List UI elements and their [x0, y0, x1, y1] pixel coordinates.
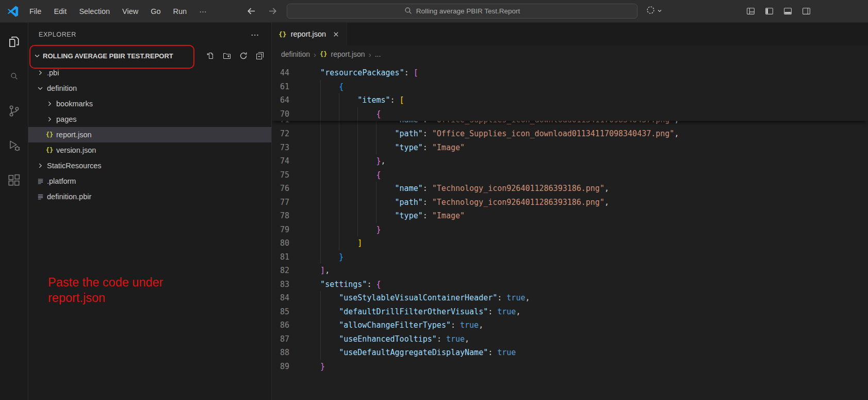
code-line-77: 77"path": "Technology_icon92640112863931… [272, 196, 868, 210]
line-number: 81 [272, 250, 302, 264]
menu-[interactable]: ··· [193, 5, 212, 18]
breadcrumb-item[interactable]: report.json [331, 50, 365, 58]
menu-view[interactable]: View [117, 5, 144, 18]
tab-report-json[interactable]: {} report.json [272, 23, 347, 45]
tree-item-pages[interactable]: pages [28, 111, 271, 127]
tree-item-pbi[interactable]: .pbi [28, 65, 271, 81]
history-nav [247, 6, 277, 16]
code-editor[interactable]: 44"resourcePackages": [61{64"items": [70… [272, 63, 868, 400]
go-back-icon[interactable] [247, 6, 256, 16]
account-icon [646, 6, 655, 17]
code-line-44: 44"resourcePackages": [ [272, 66, 868, 80]
close-tab-icon[interactable] [332, 30, 340, 38]
menu-file[interactable]: File [24, 5, 47, 18]
code-line-78: 78"type": "Image" [272, 209, 868, 223]
code-line-79: 79} [272, 223, 868, 237]
tab-label: report.json [291, 30, 326, 38]
menu-bar: FileEditSelectionViewGoRun··· [24, 5, 212, 18]
explorer-tree: .pbidefinitionbookmarkspages{}report.jso… [28, 65, 271, 204]
go-forward-icon[interactable] [268, 6, 277, 16]
line-number: 82 [272, 264, 302, 278]
chevron-down-icon [657, 7, 663, 16]
breadcrumb: definition›{}report.json›... [272, 45, 868, 63]
command-center-text: Rolling average PBIR Test.Report [416, 7, 520, 15]
code-line-83: 83"settings": { [272, 278, 868, 292]
tree-item-staticresources[interactable]: StaticResources [28, 158, 271, 173]
explorer-more-button[interactable]: ⋯ [251, 30, 260, 40]
line-number: 79 [272, 223, 302, 237]
line-number: 71 [272, 121, 302, 127]
activity-run-debug-icon[interactable] [0, 128, 28, 163]
new-folder-icon[interactable] [223, 52, 231, 60]
tree-item-label: definition [47, 84, 77, 92]
refresh-icon[interactable] [239, 52, 248, 60]
line-number: 80 [272, 236, 302, 250]
code-line-71: 71"name": "Office_Supplies_icon_download… [272, 121, 868, 127]
command-center-search[interactable]: Rolling average PBIR Test.Report [287, 4, 637, 19]
toggle-panel-icon[interactable] [783, 7, 792, 15]
line-number: 72 [272, 127, 302, 141]
tree-item-report-json[interactable]: {}report.json [28, 127, 271, 142]
tree-item-platform[interactable]: .platform [28, 173, 271, 189]
code-line-73: 73"type": "Image" [272, 141, 868, 155]
line-number: 85 [272, 305, 302, 319]
activity-source-control-icon[interactable] [0, 93, 28, 128]
code-lines: 72"path": "Office_Supplies_icon_download… [272, 127, 868, 373]
activity-files-icon[interactable] [0, 24, 28, 59]
collapse-all-icon[interactable] [256, 52, 264, 60]
line-number: 84 [272, 291, 302, 305]
code-line-75: 75{ [272, 168, 868, 182]
line-number: 61 [272, 80, 302, 94]
activity-extensions-icon[interactable] [0, 163, 28, 197]
code-line-74: 74}, [272, 154, 868, 168]
folder-section-header[interactable]: ROLLING AVERAGE PBIR TEST.REPORT [28, 46, 271, 65]
explorer-toolbar [206, 52, 264, 60]
menu-selection[interactable]: Selection [73, 5, 116, 18]
line-number: 75 [272, 168, 302, 182]
tree-item-label: .pbi [47, 69, 59, 77]
toggle-primary-sidebar-icon[interactable] [765, 7, 774, 15]
breadcrumb-item[interactable]: definition [281, 50, 310, 58]
activity-search-icon[interactable] [0, 59, 28, 93]
explorer-sidebar: EXPLORER ⋯ ROLLING AVERAGE PBIR TEST.REP… [28, 23, 272, 400]
code-line-76: 76"name": "Technology_icon92640112863931… [272, 182, 868, 196]
json-icon: {} [320, 51, 327, 58]
line-number: 64 [272, 93, 302, 107]
code-line-87: 87"useEnhancedTooltips": true, [272, 332, 868, 346]
account-menu[interactable] [646, 6, 663, 17]
tree-item-definition[interactable]: definition [28, 81, 271, 96]
new-file-icon[interactable] [206, 52, 215, 60]
tab-bar: {} report.json [272, 23, 868, 45]
tree-item-version-json[interactable]: {}version.json [28, 142, 271, 158]
folder-section-title: ROLLING AVERAGE PBIR TEST.REPORT [43, 52, 173, 60]
tree-item-label: definition.pbir [47, 193, 91, 201]
toggle-secondary-sidebar-icon[interactable] [802, 7, 811, 15]
customize-layout-icon[interactable] [746, 7, 755, 15]
chevron-down-icon [32, 52, 42, 59]
menu-run[interactable]: Run [168, 5, 193, 18]
line-number: 88 [272, 346, 302, 360]
menu-edit[interactable]: Edit [48, 5, 72, 18]
tree-item-bookmarks[interactable]: bookmarks [28, 96, 271, 111]
menu-go[interactable]: Go [145, 5, 166, 18]
code-line-72: 72"path": "Office_Supplies_icon_download… [272, 127, 868, 141]
tree-item-definition-pbir[interactable]: definition.pbir [28, 189, 271, 204]
line-number: 86 [272, 318, 302, 332]
json-icon: {} [45, 131, 54, 138]
chevron-right-icon [36, 162, 45, 169]
chevron-right-icon [45, 100, 54, 107]
editor-group: {} report.json definition›{}report.json›… [272, 23, 868, 400]
line-number: 70 [272, 107, 302, 121]
vscode-window: FileEditSelectionViewGoRun··· Rolling av… [0, 0, 868, 400]
workbench: EXPLORER ⋯ ROLLING AVERAGE PBIR TEST.REP… [0, 23, 868, 400]
tree-item-label: pages [56, 115, 77, 123]
title-bar: FileEditSelectionViewGoRun··· Rolling av… [0, 0, 868, 23]
chevron-down-icon [36, 85, 45, 92]
chevron-right-icon [45, 116, 54, 123]
code-line-82: 82], [272, 264, 868, 278]
explorer-title: EXPLORER [39, 31, 76, 38]
code-line-64: 64"items": [ [272, 93, 868, 107]
tree-item-label: version.json [56, 146, 96, 154]
breadcrumb-item[interactable]: ... [375, 50, 381, 58]
activity-bar [0, 23, 28, 400]
